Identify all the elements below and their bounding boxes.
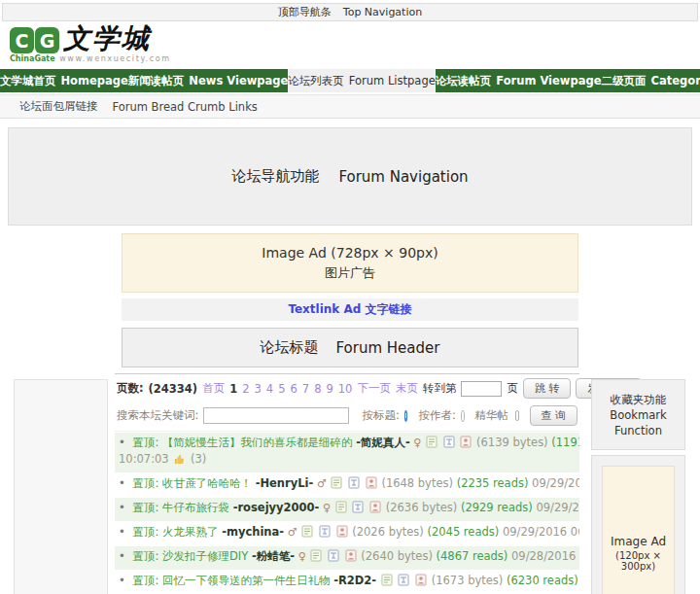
goto-page-input[interactable]	[461, 381, 502, 397]
bookmark-function-box[interactable]: 收藏夹功能 Bookmark Function	[591, 379, 685, 450]
user-icon[interactable]	[415, 574, 427, 590]
tab-forum-viewpage[interactable]: 论坛读帖页 Forum Viewpage	[436, 69, 602, 92]
textlink-ad[interactable]: Textlink Ad 文字链接	[122, 298, 578, 321]
thread-title-link[interactable]: 回忆一下领导送的第一件生日礼物	[162, 574, 331, 587]
first-page-link[interactable]: 首页	[202, 381, 225, 396]
thread-title-link[interactable]: 牛仔布旅行袋	[162, 501, 229, 514]
tab-forum-listpage[interactable]: 论坛列表页 Forum Listpage	[288, 69, 435, 92]
pinned-label: 置顶:	[132, 574, 158, 587]
by-title-label: 按标题:	[362, 408, 399, 423]
forum-header-label-en: Forum Header	[336, 339, 440, 357]
search-input[interactable]	[203, 407, 349, 424]
site-name: 文学城	[63, 24, 151, 52]
page-link-7[interactable]: 7	[302, 382, 309, 396]
user-icon[interactable]	[336, 525, 348, 542]
breadcrumb[interactable]: 论坛面包屑链接 Forum Bread Crumb Links	[0, 94, 700, 119]
sidebar-ad-slot: Image Ad (120px × 300px) 图片广告	[591, 455, 685, 594]
logo-letter-g: G	[35, 27, 59, 53]
text-post-icon[interactable]	[328, 549, 339, 566]
forum-nav-label-en: Forum Navigation	[338, 168, 468, 186]
thread-row: 置顶: 沙发扣子修理DIY -粉蜡笔- ♀ (2640 bytes) (4867…	[115, 546, 579, 570]
thread-author-link[interactable]: -R2D2-	[333, 574, 376, 587]
tab-category-page[interactable]: 二级页面 Category Page	[602, 69, 700, 92]
jump-button[interactable]: 跳 转	[523, 378, 572, 399]
chinagate-logo-icon: C G	[10, 27, 59, 53]
doc-icon[interactable]	[381, 574, 393, 590]
male-icon: ♂	[288, 526, 298, 539]
thread-author-link[interactable]: -rosejyy2000-	[233, 501, 320, 514]
forum-search-bar: 搜索本坛关键词: 按标题: 按作者: 精华帖 查 询	[115, 402, 579, 432]
goto-unit: 页	[507, 381, 518, 396]
user-icon[interactable]	[460, 436, 472, 452]
pagination-bar: 页数: (24334) 首页 1 2 3 4 5 6 7 8 9 10 下一页 …	[115, 373, 579, 402]
text-post-icon[interactable]	[352, 501, 364, 517]
pinned-label: 置顶:	[132, 476, 158, 490]
thread-title-link[interactable]: 收甘蔗了哈哈哈！	[162, 476, 252, 490]
sidebar-image-ad[interactable]: Image Ad (120px × 300px) 图片广告	[602, 466, 675, 594]
text-post-icon[interactable]	[398, 574, 409, 590]
right-sidebar: 收藏夹功能 Bookmark Function Image Ad (120px …	[591, 379, 685, 594]
thread-row: 置顶: 火龙果熟了 -mychina- ♂ (2026 bytes) (2045…	[115, 522, 579, 545]
user-icon[interactable]	[369, 501, 381, 517]
elite-label: 精华帖	[475, 408, 509, 423]
page-link-2[interactable]: 2	[242, 382, 249, 396]
user-icon[interactable]	[366, 476, 377, 493]
logo-brand: ChinaGate	[10, 54, 55, 63]
forum-header-label-zh: 论坛标题	[261, 338, 319, 357]
query-button[interactable]: 查 询	[530, 405, 578, 426]
thread-row: 置顶: 牛仔布旅行袋 -rosejyy2000- ♀ (2636 bytes) …	[115, 498, 579, 521]
doc-icon[interactable]	[335, 501, 347, 517]
thread-author-link[interactable]: -HenryLi-	[256, 476, 314, 490]
text-post-icon[interactable]	[319, 525, 331, 542]
leaderboard-ad-size: Image Ad (728px × 90px)	[262, 245, 438, 261]
forum-nav-label-zh: 论坛导航功能	[231, 167, 319, 186]
doc-icon[interactable]	[426, 436, 438, 452]
thread-author-link[interactable]: -mychina-	[222, 525, 284, 539]
search-label: 搜索本坛关键词:	[117, 408, 198, 423]
thread-title-link[interactable]: 【简妮慢生活】我们的喜乐都是细碎的	[162, 436, 353, 449]
elite-checkbox[interactable]	[515, 410, 519, 421]
tab-news-viewpage[interactable]: 新闻读帖页 News Viewpage	[128, 69, 288, 92]
page-link-4[interactable]: 4	[266, 382, 273, 396]
female-icon: ♀	[413, 437, 421, 449]
page-count-label: 页数:	[117, 381, 144, 396]
next-page-link[interactable]: 下一页	[357, 381, 391, 396]
by-author-radio[interactable]	[461, 410, 465, 422]
doc-icon[interactable]	[310, 549, 322, 566]
main-navbar: 文学城首页 Homepage 新闻读帖页 News Viewpage 论坛列表页…	[0, 69, 700, 92]
leaderboard-ad[interactable]: Image Ad (728px × 90px) 图片广告	[122, 233, 578, 293]
page-total: (24334)	[149, 382, 198, 396]
page-link-5[interactable]: 5	[278, 382, 285, 396]
breadcrumb-label-en: Forum Bread Crumb Links	[113, 100, 258, 114]
pinned-label: 置顶:	[132, 525, 158, 539]
header: C G 文学城 ChinaGate www.wenxuecity.com	[0, 21, 700, 68]
thread-row: 置顶: 收甘蔗了哈哈哈！ -HenryLi- ♂ (1648 bytes) (2…	[115, 473, 579, 497]
forum-navigation-box: 论坛导航功能 Forum Navigation	[8, 127, 692, 226]
thumbs-up-icon	[174, 454, 185, 469]
thread-author-link[interactable]: -简妮真人-	[356, 436, 410, 449]
page-link-10[interactable]: 10	[338, 382, 353, 396]
goto-label: 转到第	[423, 381, 457, 396]
thread-author-link[interactable]: -粉蜡笔-	[252, 549, 295, 563]
page-link-3[interactable]: 3	[254, 382, 261, 396]
tab-homepage[interactable]: 文学城首页 Homepage	[0, 69, 128, 92]
site-logo[interactable]: C G 文学城 ChinaGate www.wenxuecity.com	[10, 24, 171, 63]
female-icon: ♀	[323, 502, 331, 514]
last-page-link[interactable]: 末页	[396, 381, 418, 396]
doc-icon[interactable]	[301, 525, 313, 542]
female-icon: ♀	[298, 550, 306, 563]
thread-title-link[interactable]: 沙发扣子修理DIY	[162, 549, 248, 563]
page-link-6[interactable]: 6	[290, 382, 297, 396]
pinned-label: 置顶:	[132, 436, 158, 449]
thread-title-link[interactable]: 火龙果熟了	[162, 525, 219, 539]
text-post-icon[interactable]	[348, 476, 360, 493]
page-link-8[interactable]: 8	[314, 382, 321, 396]
user-icon[interactable]	[345, 549, 357, 566]
top-nav-label-en: Top Navigation	[343, 6, 422, 18]
page-link-9[interactable]: 9	[326, 382, 332, 396]
by-title-radio[interactable]	[404, 410, 408, 422]
text-post-icon[interactable]	[443, 436, 455, 452]
thread-row: 置顶: 回忆一下领导送的第一件生日礼物 -R2D2- (1673 bytes) …	[115, 571, 579, 594]
pinned-label: 置顶:	[132, 549, 158, 563]
doc-icon[interactable]	[331, 476, 342, 493]
